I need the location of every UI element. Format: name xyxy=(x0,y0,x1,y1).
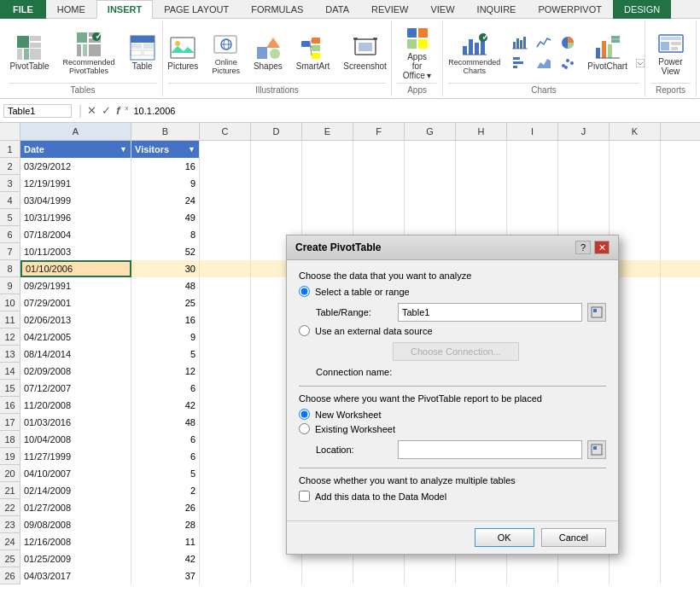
cell-empty-c[interactable] xyxy=(200,516,251,533)
cell-empty-h[interactable] xyxy=(456,175,507,192)
smartart-button[interactable]: SmartArt xyxy=(291,32,335,73)
cell-date[interactable]: 03/29/2012 xyxy=(20,158,131,175)
cell-empty-g[interactable] xyxy=(405,175,456,192)
cell-empty-c[interactable] xyxy=(200,192,251,209)
cell-empty-d[interactable] xyxy=(251,209,302,226)
cell-1k[interactable] xyxy=(610,141,661,158)
location-selector-btn[interactable] xyxy=(587,440,606,459)
tab-review[interactable]: REVIEW xyxy=(360,0,419,19)
cell-empty-d[interactable] xyxy=(251,192,302,209)
cell-visitors[interactable]: 16 xyxy=(131,311,200,328)
date-filter-arrow[interactable]: ▼ xyxy=(120,145,127,154)
cell-empty-k[interactable] xyxy=(610,192,661,209)
radio-new-worksheet[interactable] xyxy=(299,409,310,420)
cell-visitors[interactable]: 48 xyxy=(131,414,200,431)
tab-design[interactable]: DESIGN xyxy=(613,0,671,19)
cell-visitors[interactable]: 11 xyxy=(131,533,200,550)
tab-view[interactable]: VIEW xyxy=(419,0,465,19)
cell-empty-g[interactable] xyxy=(405,567,456,584)
cell-empty-i[interactable] xyxy=(507,192,558,209)
cell-empty-i[interactable] xyxy=(507,158,558,175)
pivottable-button[interactable]: PivotTable xyxy=(4,32,54,73)
charts-expand-icon[interactable] xyxy=(636,59,645,69)
cell-empty-c[interactable] xyxy=(200,414,251,431)
cell-visitors[interactable]: 30 xyxy=(131,260,200,277)
cell-date[interactable]: 11/27/1999 xyxy=(20,448,131,465)
col-b-header[interactable]: Visitors ▼ xyxy=(131,141,200,158)
data-model-checkbox[interactable] xyxy=(299,491,310,502)
cell-empty-g[interactable] xyxy=(405,209,456,226)
cell-date[interactable]: 01/25/2009 xyxy=(20,550,131,567)
screenshot-button[interactable]: Screenshot xyxy=(338,32,392,73)
cell-empty-i[interactable] xyxy=(507,175,558,192)
cell-visitors[interactable]: 9 xyxy=(131,175,200,192)
cell-empty-d[interactable] xyxy=(251,567,302,584)
cell-1j[interactable] xyxy=(558,141,610,158)
cell-visitors[interactable]: 37 xyxy=(131,567,200,584)
cell-empty-c[interactable] xyxy=(200,260,251,277)
cell-empty-f[interactable] xyxy=(353,567,405,584)
cell-empty-f[interactable] xyxy=(353,192,405,209)
cell-empty-c[interactable] xyxy=(200,380,251,397)
cell-empty-h[interactable] xyxy=(456,209,507,226)
cell-empty-j[interactable] xyxy=(558,158,610,175)
cell-1i[interactable] xyxy=(507,141,558,158)
radio-external-source[interactable] xyxy=(299,325,310,336)
cell-visitors[interactable]: 2 xyxy=(131,482,200,499)
cell-empty-j[interactable] xyxy=(558,567,610,584)
cell-date[interactable]: 07/12/2007 xyxy=(20,380,131,397)
cell-empty-e[interactable] xyxy=(302,175,353,192)
shapes-button[interactable]: Shapes xyxy=(248,32,288,73)
pie-chart-button[interactable] xyxy=(557,33,579,52)
cell-date[interactable]: 09/08/2008 xyxy=(20,516,131,533)
tab-page-layout[interactable]: PAGE LAYOUT xyxy=(153,0,240,19)
table-range-input[interactable] xyxy=(398,303,582,322)
cell-empty-c[interactable] xyxy=(200,294,251,311)
cell-date[interactable]: 08/14/2014 xyxy=(20,346,131,363)
cell-visitors[interactable]: 6 xyxy=(131,431,200,448)
cell-empty-j[interactable] xyxy=(558,192,610,209)
tab-home[interactable]: HOME xyxy=(46,0,96,19)
cell-empty-k[interactable] xyxy=(610,209,661,226)
dialog-help-icon[interactable]: ? xyxy=(575,241,591,254)
col-header-g[interactable]: G xyxy=(405,123,456,140)
cell-empty-f[interactable] xyxy=(353,209,405,226)
cell-date[interactable]: 01/27/2008 xyxy=(20,499,131,516)
cell-visitors[interactable]: 6 xyxy=(131,380,200,397)
tab-file[interactable]: FILE xyxy=(0,0,46,19)
col-header-c[interactable]: C xyxy=(200,123,251,140)
ok-button[interactable]: OK xyxy=(475,528,534,547)
cell-1g[interactable] xyxy=(405,141,456,158)
cell-visitors[interactable]: 28 xyxy=(131,516,200,533)
cell-empty-h[interactable] xyxy=(456,158,507,175)
cell-empty-c[interactable] xyxy=(200,465,251,482)
area-chart-button[interactable] xyxy=(533,54,555,73)
cell-visitors[interactable]: 6 xyxy=(131,448,200,465)
cell-empty-f[interactable] xyxy=(353,158,405,175)
cell-empty-e[interactable] xyxy=(302,209,353,226)
cell-empty-h[interactable] xyxy=(456,567,507,584)
cell-empty-c[interactable] xyxy=(200,363,251,380)
cell-date[interactable]: 04/03/2017 xyxy=(20,567,131,584)
cell-empty-c[interactable] xyxy=(200,482,251,499)
cell-empty-e[interactable] xyxy=(302,567,353,584)
cell-empty-c[interactable] xyxy=(200,397,251,414)
cell-empty-k[interactable] xyxy=(610,567,661,584)
tab-data[interactable]: DATA xyxy=(314,0,360,19)
cancel-button[interactable]: Cancel xyxy=(541,528,606,547)
col-header-a[interactable]: A xyxy=(20,123,131,140)
cell-empty-c[interactable] xyxy=(200,328,251,346)
col-header-k[interactable]: K xyxy=(610,123,661,140)
insert-function-icon[interactable]: f xyxy=(114,104,121,117)
scatter-chart-button[interactable] xyxy=(557,54,579,73)
cell-date[interactable]: 04/10/2007 xyxy=(20,465,131,482)
col-header-f[interactable]: F xyxy=(353,123,405,140)
cell-date[interactable]: 07/29/2001 xyxy=(20,294,131,311)
cell-visitors[interactable]: 42 xyxy=(131,550,200,567)
cell-visitors[interactable]: 52 xyxy=(131,243,200,260)
table-button[interactable]: Table xyxy=(124,32,161,73)
cell-date[interactable]: 04/21/2005 xyxy=(20,328,131,346)
cell-empty-c[interactable] xyxy=(200,550,251,567)
cell-visitors[interactable]: 48 xyxy=(131,277,200,294)
cancel-formula-icon[interactable]: ✕ xyxy=(85,104,98,117)
